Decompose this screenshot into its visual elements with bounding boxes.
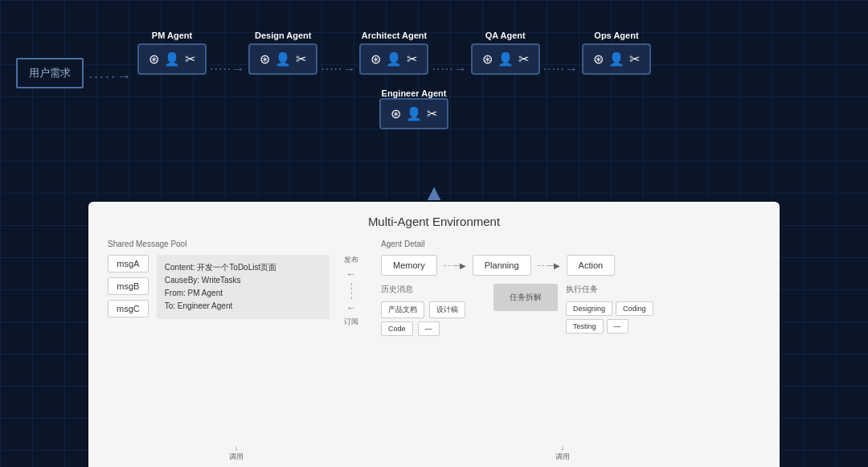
content-line-3: From: PM Agent xyxy=(165,287,321,300)
arrow-3: ·····→ xyxy=(321,62,356,76)
eng-icon-ai: ⊛ xyxy=(391,106,401,121)
design-icon-user: 👤 xyxy=(275,51,291,67)
exec-tag-coding: Coding xyxy=(616,301,653,316)
history-label: 历史消息 xyxy=(381,284,485,295)
shared-pool-label: Shared Message Pool xyxy=(108,240,365,248)
architect-agent: Architect Agent ⊛ 👤 ✂ xyxy=(359,31,428,75)
qa-icon-tool: ✂ xyxy=(518,51,529,67)
apply-label-left: 调用 xyxy=(229,452,244,462)
ops-agent: Ops Agent ⊛ 👤 ✂ xyxy=(582,31,651,75)
agent-flow-row: 用户需求 ·····→ PM Agent ⊛ 👤 ✂ ·····→ Design… xyxy=(16,16,852,88)
publish-label: 发布 xyxy=(344,255,358,265)
arrow-5: ·····→ xyxy=(543,62,579,76)
design-icon-tool: ✂ xyxy=(296,51,306,67)
sub-arrow: ← xyxy=(346,302,356,313)
arrow-1: ·····→ xyxy=(88,68,133,85)
memory-tag-3: — xyxy=(418,322,440,336)
message-pool-area: msgA msgB msgC Content: 开发一个ToDoList页面 C… xyxy=(108,255,365,327)
apply-label-right: 调用 xyxy=(555,452,570,462)
eng-icon-user: 👤 xyxy=(406,106,422,121)
user-demand-label: 用户需求 xyxy=(29,67,71,79)
pm-icon-ai: ⊛ xyxy=(149,51,159,67)
exec-tag-more: — xyxy=(607,319,628,334)
ops-agent-box: ⊛ 👤 ✂ xyxy=(582,43,651,75)
arch-icon-ai: ⊛ xyxy=(371,51,381,67)
msg-b-button[interactable]: msgB xyxy=(108,277,149,295)
design-agent: Design Agent ⊛ 👤 ✂ xyxy=(248,31,317,75)
content-line-2: CauseBy: WriteTasks xyxy=(165,274,321,287)
engineer-agent-label: Engineer Agent xyxy=(382,88,447,98)
pm-agent: PM Agent ⊛ 👤 ✂ xyxy=(137,31,207,75)
exec-tag-testing: Testing xyxy=(566,319,604,334)
exec-label: 执行任务 xyxy=(566,284,653,295)
ops-icon-ai: ⊛ xyxy=(593,51,604,67)
pub-sub-area: 发布 ← ← 订阅 xyxy=(338,255,365,327)
msg-content: Content: 开发一个ToDoList页面 CauseBy: WriteTa… xyxy=(157,255,330,319)
pm-icon-tool: ✂ xyxy=(185,51,195,67)
connector-arrow: ▲ xyxy=(423,180,445,206)
pm-icon-user: 👤 xyxy=(164,51,180,67)
plan-act-arrow: ▶ xyxy=(554,261,560,270)
exec-tag-designing: Designing xyxy=(566,301,612,316)
qa-agent-box: ⊛ 👤 ✂ xyxy=(471,43,540,75)
right-apply: ↓ 调用 xyxy=(365,444,760,462)
user-demand-box: 用户需求 xyxy=(16,58,84,88)
qa-icon-ai: ⊛ xyxy=(482,51,493,67)
content-line-1: Content: 开发一个ToDoList页面 xyxy=(165,261,321,274)
architect-agent-box: ⊛ 👤 ✂ xyxy=(359,43,428,75)
subscribe-label: 订阅 xyxy=(344,317,358,327)
pm-agent-label: PM Agent xyxy=(152,31,192,40)
content-line-4: To: Engineer Agent xyxy=(165,300,321,313)
down-arrow-left: ↓ xyxy=(235,444,239,452)
task-area: 任务拆解 xyxy=(493,284,558,311)
arrow-4: ·····→ xyxy=(432,62,467,76)
sub-detail-row: 历史消息 产品文档 设计稿 Code — 任务拆解 执行任务 xyxy=(381,284,760,339)
msg-a-button[interactable]: msgA xyxy=(108,255,149,272)
agent-detail-label: Agent Detail xyxy=(381,240,760,248)
arch-icon-user: 👤 xyxy=(386,51,402,67)
memory-tags-row1: 产品文档 设计稿 xyxy=(381,301,485,318)
engineer-agent-box: ⊛ 👤 ✂ xyxy=(379,98,448,129)
msg-buttons: msgA msgB msgC xyxy=(108,255,149,317)
exec-row-1: Designing Coding xyxy=(566,301,653,316)
arch-icon-tool: ✂ xyxy=(407,51,417,67)
action-box: Action xyxy=(567,255,616,276)
memory-tag-2: Code xyxy=(381,322,413,336)
engineer-agent-container: Engineer Agent ⊛ 👤 ✂ xyxy=(379,88,448,129)
memory-tag-1: 设计稿 xyxy=(429,301,465,318)
mem-plan-arrow: ▶ xyxy=(460,261,466,270)
qa-icon-user: 👤 xyxy=(497,51,514,67)
agent-detail: Agent Detail Memory ▶ Planning ▶ Action xyxy=(381,240,760,440)
ops-icon-tool: ✂ xyxy=(629,51,640,67)
memory-tags-row2: Code — xyxy=(381,322,485,336)
down-arrow-right: ↓ xyxy=(561,444,565,452)
memory-history: 历史消息 产品文档 设计稿 Code — xyxy=(381,284,485,339)
design-icon-ai: ⊛ xyxy=(260,51,270,67)
tools-section: ↓ 调用 ↓ 调用 xyxy=(108,444,760,462)
ops-icon-user: 👤 xyxy=(608,51,624,67)
qa-agent-label: QA Agent xyxy=(485,31,526,40)
panel-title: Multi-Agent Environment xyxy=(108,215,760,228)
panel-body: Shared Message Pool msgA msgB msgC Conte… xyxy=(108,240,760,440)
ops-agent-label: Ops Agent xyxy=(594,31,638,40)
detail-boxes-row: Memory ▶ Planning ▶ Action xyxy=(381,255,760,276)
exec-row-2: Testing — xyxy=(566,319,653,334)
exec-tasks-area: 执行任务 Designing Coding Testing — xyxy=(566,284,653,334)
design-agent-label: Design Agent xyxy=(255,31,312,40)
qa-agent: QA Agent ⊛ 👤 ✂ xyxy=(471,31,540,75)
eng-icon-tool: ✂ xyxy=(427,106,437,121)
arrow-2: ·····→ xyxy=(210,62,245,76)
architect-agent-label: Architect Agent xyxy=(362,31,428,40)
left-apply: ↓ 调用 xyxy=(108,444,365,462)
memory-box: Memory xyxy=(381,255,437,276)
design-agent-box: ⊛ 👤 ✂ xyxy=(248,43,317,75)
memory-tag-0: 产品文档 xyxy=(381,301,424,318)
planning-box: Planning xyxy=(473,255,531,276)
msg-c-button[interactable]: msgC xyxy=(108,300,149,317)
multi-agent-panel: Multi-Agent Environment Shared Message P… xyxy=(88,202,780,467)
pub-arrow: ← xyxy=(346,268,356,280)
pm-agent-box: ⊛ 👤 ✂ xyxy=(137,43,207,75)
shared-message-pool: Shared Message Pool msgA msgB msgC Conte… xyxy=(108,240,365,440)
exec-tasks: Designing Coding Testing — xyxy=(566,301,653,334)
